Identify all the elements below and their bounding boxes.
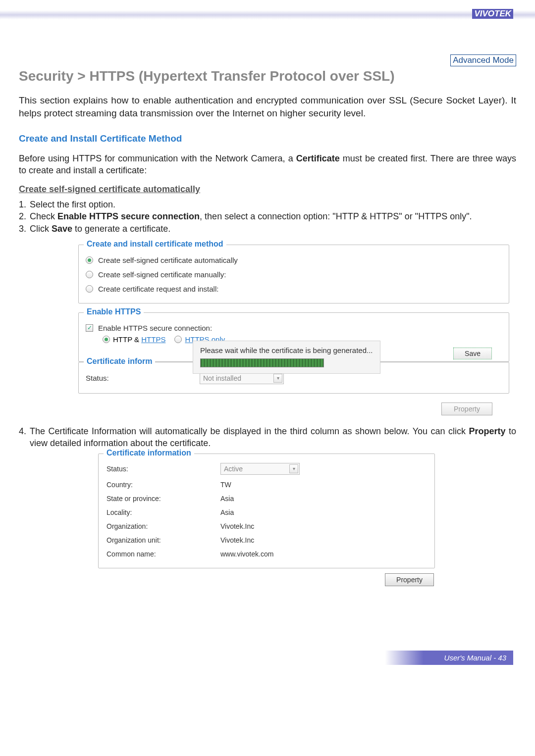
page-footer: User's Manual - 43 [0, 651, 535, 680]
progress-bar [200, 358, 324, 367]
fieldset-legend: Enable HTTPS [84, 307, 144, 316]
info-value: Vivotek.Inc [220, 536, 254, 544]
info-value: TW [220, 481, 231, 489]
header-band: VIVOTEK [0, 0, 535, 30]
info-value: Asia [220, 495, 234, 503]
info-row: Locality:Asia [107, 505, 427, 519]
info-row: Organization unit:Vivotek.Inc [107, 533, 427, 547]
https-link: HTTPS [141, 335, 165, 344]
info-value: Vivotek.Inc [220, 522, 254, 530]
info-label: Organization unit: [107, 536, 220, 544]
info-value: www.vivotek.com [220, 550, 273, 558]
step-number: 3. [19, 223, 30, 235]
step-number: 4. [19, 425, 30, 450]
info-row: Common name:www.vivotek.com [107, 547, 427, 561]
text: Before using HTTPS for communication wit… [19, 153, 296, 163]
fieldset-legend: Create and install certificate method [84, 240, 226, 249]
radio-label: Create certificate request and install: [98, 285, 218, 293]
step-number: 2. [19, 210, 30, 222]
chevron-down-icon: ▾ [289, 464, 298, 473]
text: , then select a connection option: "HTTP… [200, 211, 472, 221]
radio-option-auto[interactable]: Create self-signed certificate automatic… [86, 253, 502, 267]
status-value: Not installed [203, 374, 241, 382]
info-value: Active [224, 465, 243, 473]
page-title: Security > HTTPS (Hypertext Transfer Pro… [19, 68, 516, 84]
fieldset-legend: Certificate information [104, 449, 194, 457]
checkbox-label: Enable HTTPS secure connection: [98, 324, 212, 332]
before-paragraph: Before using HTTPS for communication wit… [19, 153, 516, 176]
status-label: Status: [86, 374, 170, 382]
save-button[interactable]: Save [453, 348, 492, 359]
info-row: Country:TW [107, 478, 427, 492]
radio-label: HTTP & HTTPS [113, 335, 165, 344]
text-bold: Property [469, 426, 505, 436]
text: The Certificate Information will automat… [30, 426, 469, 436]
property-button[interactable]: Property [441, 403, 492, 415]
underline-heading: Create self-signed certificate automatic… [19, 184, 516, 195]
info-row: State or province:Asia [107, 492, 427, 505]
advanced-mode-badge: Advanced Mode [450, 54, 516, 66]
checkbox-icon [86, 324, 93, 332]
text: to generate a certificate. [72, 224, 170, 234]
text-bold: Enable HTTPS secure connection [57, 211, 200, 221]
info-label: Country: [107, 481, 220, 489]
text-bold: Certificate [296, 153, 340, 163]
info-label: Organization: [107, 522, 220, 530]
text: HTTP & [113, 335, 141, 344]
radio-label: Create self-signed certificate manually: [98, 270, 226, 279]
certificate-information-fieldset: Certificate information Status:Active▾Co… [98, 454, 435, 568]
text: Click [30, 224, 52, 234]
wait-dialog: Please wait while the certificate is bei… [193, 341, 380, 374]
step-text: Check Enable HTTPS secure connection, th… [30, 210, 516, 222]
radio-icon [86, 271, 93, 278]
info-label: State or province: [107, 495, 220, 503]
info-row: Status:Active▾ [107, 460, 427, 478]
radio-icon [103, 336, 110, 343]
property-button[interactable]: Property [385, 573, 434, 586]
radio-label: Create self-signed certificate automatic… [98, 256, 238, 264]
info-value: Asia [220, 508, 234, 516]
footer-text: User's Manual - 43 [385, 651, 513, 665]
step-text: The Certificate Information will automat… [30, 425, 516, 450]
step-text: Click Save to generate a certificate. [30, 223, 516, 235]
brand-label: VIVOTEK [472, 9, 513, 19]
chevron-down-icon: ▾ [273, 374, 282, 383]
info-label: Locality: [107, 508, 220, 516]
enable-https-checkbox-row[interactable]: Enable HTTPS secure connection: [86, 321, 502, 335]
step-text: Select the first option. [30, 199, 516, 210]
intro-paragraph: This section explains how to enable auth… [19, 94, 516, 119]
info-row: Organization:Vivotek.Inc [107, 519, 427, 533]
radio-icon [174, 336, 182, 343]
radio-option-request[interactable]: Create certificate request and install: [86, 282, 502, 296]
step-number: 1. [19, 199, 30, 210]
enable-https-fieldset: Enable HTTPS Enable HTTPS secure connect… [78, 312, 509, 362]
text: Check [30, 211, 57, 221]
info-label: Status: [107, 465, 220, 473]
radio-option-manual[interactable]: Create self-signed certificate manually: [86, 267, 502, 282]
wait-message: Please wait while the certificate is bei… [200, 346, 373, 354]
radio-icon [86, 256, 93, 264]
radio-http-https[interactable]: HTTP & HTTPS [103, 335, 165, 344]
create-method-fieldset: Create and install certificate method Cr… [78, 245, 509, 303]
text-bold: Save [52, 224, 72, 234]
status-select[interactable]: Active▾ [220, 463, 300, 475]
info-label: Common name: [107, 550, 220, 558]
status-select[interactable]: Not installed ▾ [200, 372, 284, 384]
section-heading: Create and Install Certificate Method [19, 133, 516, 144]
fieldset-legend: Certificate inform [84, 357, 155, 366]
radio-icon [86, 285, 93, 293]
